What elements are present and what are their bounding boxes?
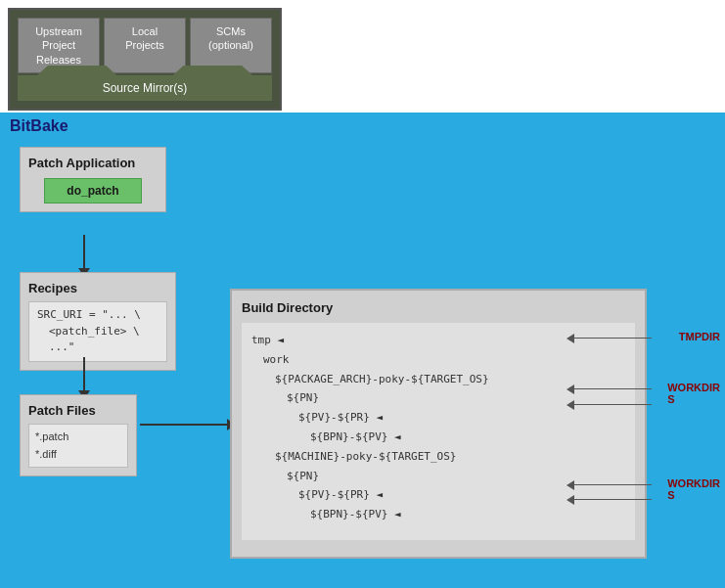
build-line-pv-pr-1: ${PV}-${PR} ◄ [298, 408, 625, 428]
do-patch-button: do_patch [44, 178, 142, 204]
bitbake-label: BitBake [10, 117, 68, 135]
build-dir-title: Build Directory [242, 300, 635, 315]
top-diagram: Upstream Project Releases Local Projects… [8, 8, 282, 111]
recipes-title: Recipes [28, 281, 167, 295]
top-boxes: Upstream Project Releases Local Projects… [18, 18, 272, 73]
bpn-arrow-2 [573, 499, 652, 500]
upstream-box: Upstream Project Releases [18, 18, 100, 73]
build-line-pn2: ${PN} [287, 467, 625, 486]
build-line-bpn-pv-1: ${BPN}-${PV} ◄ [310, 428, 625, 447]
workdirs-arrow-2 [573, 484, 652, 485]
workdirs-arrow-1 [573, 388, 652, 389]
recipes-content: SRC_URI = "... \ <patch_file> \ ..." [28, 301, 167, 362]
arrow-patch-to-recipes [83, 235, 85, 269]
build-line-work: work [263, 350, 625, 370]
patch-app-title: Patch Application [28, 156, 158, 170]
patch-application-box: Patch Application do_patch [20, 147, 166, 212]
patch-files-box: Patch Files *.patch *.diff [20, 394, 137, 476]
local-projects-box: Local Projects [104, 18, 186, 73]
arrow-patchfiles-to-builddir [140, 424, 228, 426]
build-line-bpn-pv-2: ${BPN}-${PV} ◄ [310, 505, 625, 524]
build-line-machine: ${MACHINE}-poky-${TARGET_OS} [275, 447, 625, 467]
recipes-box: Recipes SRC_URI = "... \ <patch_file> \ … [20, 272, 176, 371]
bpn-arrow-1 [573, 404, 652, 405]
arrow-recipes-to-patchfiles [83, 357, 85, 391]
tmpdir-arrow [573, 338, 652, 339]
build-dir-content: tmp ◄ work ${PACKAGE_ARCH}-poky-${TARGET… [242, 323, 635, 540]
scms-box: SCMs (optional) [190, 18, 272, 73]
source-mirror: Source Mirror(s) [18, 75, 272, 101]
build-directory-box: Build Directory tmp ◄ work ${PACKAGE_ARC… [230, 289, 647, 559]
build-line-pv-pr-2: ${PV}-${PR} ◄ [298, 485, 625, 505]
build-line-pn1: ${PN} [287, 388, 625, 408]
patch-files-title: Patch Files [28, 403, 128, 418]
patch-files-content: *.patch *.diff [28, 424, 128, 468]
tmpdir-label: TMPDIR [679, 331, 720, 342]
workdirs-label-1: WORKDIR S [667, 382, 720, 405]
workdirs-label-2: WORKDIR S [667, 477, 720, 501]
